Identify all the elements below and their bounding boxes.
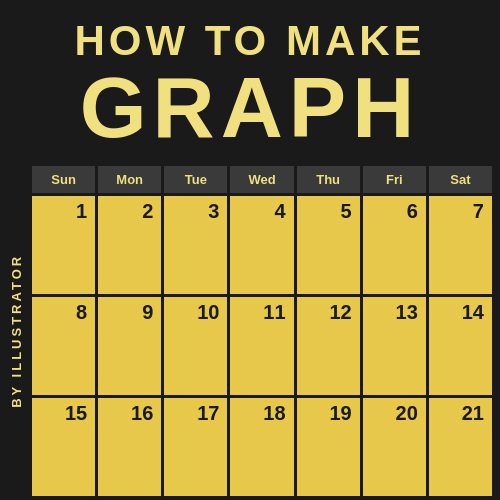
day-8: 8 — [32, 297, 95, 395]
day-5: 5 — [297, 196, 360, 294]
sidebar-label: BY ILLUSTRATOR — [0, 162, 32, 500]
calendar-header-row: Sun Mon Tue Wed Thu Fri Sat — [32, 166, 492, 193]
day-header-wed: Wed — [230, 166, 293, 193]
day-11: 11 — [230, 297, 293, 395]
calendar-row-3: 15 16 17 18 19 20 21 — [32, 398, 492, 496]
page-container: HOW TO MAKE GRAPH BY ILLUSTRATOR Sun Mon… — [0, 0, 500, 500]
day-header-sat: Sat — [429, 166, 492, 193]
calendar-wrapper: BY ILLUSTRATOR Sun Mon Tue Wed Thu Fri S… — [0, 162, 500, 500]
title-line1: HOW TO MAKE — [20, 18, 480, 64]
day-20: 20 — [363, 398, 426, 496]
day-19: 19 — [297, 398, 360, 496]
day-header-mon: Mon — [98, 166, 161, 193]
day-17: 17 — [164, 398, 227, 496]
day-18: 18 — [230, 398, 293, 496]
day-6: 6 — [363, 196, 426, 294]
day-2: 2 — [98, 196, 161, 294]
day-3: 3 — [164, 196, 227, 294]
day-4: 4 — [230, 196, 293, 294]
calendar-row-2: 8 9 10 11 12 13 14 — [32, 297, 492, 395]
calendar: Sun Mon Tue Wed Thu Fri Sat 1 2 3 4 5 6 … — [32, 162, 500, 500]
day-header-sun: Sun — [32, 166, 95, 193]
day-9: 9 — [98, 297, 161, 395]
day-21: 21 — [429, 398, 492, 496]
day-15: 15 — [32, 398, 95, 496]
day-12: 12 — [297, 297, 360, 395]
day-13: 13 — [363, 297, 426, 395]
day-header-thu: Thu — [297, 166, 360, 193]
day-14: 14 — [429, 297, 492, 395]
title-line2: GRAPH — [20, 64, 480, 150]
day-16: 16 — [98, 398, 161, 496]
day-1: 1 — [32, 196, 95, 294]
day-header-tue: Tue — [164, 166, 227, 193]
day-7: 7 — [429, 196, 492, 294]
header-section: HOW TO MAKE GRAPH — [0, 0, 500, 158]
calendar-row-1: 1 2 3 4 5 6 7 — [32, 196, 492, 294]
day-header-fri: Fri — [363, 166, 426, 193]
day-10: 10 — [164, 297, 227, 395]
